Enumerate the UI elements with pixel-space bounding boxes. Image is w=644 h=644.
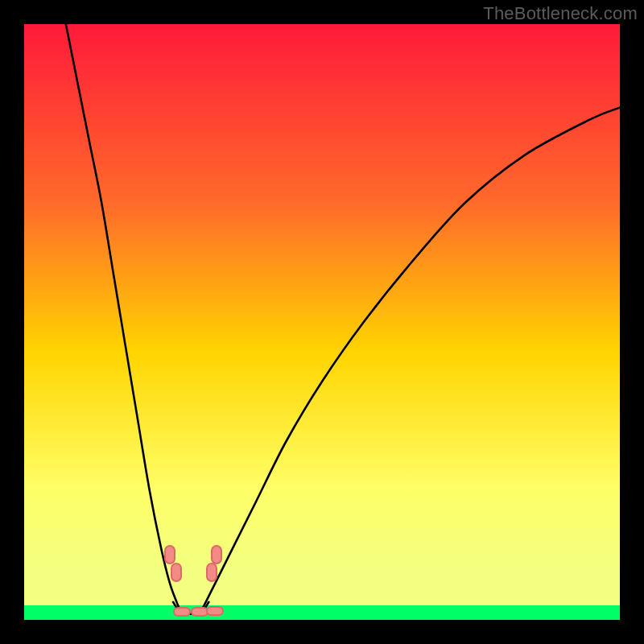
data-marker-1	[171, 563, 182, 582]
data-marker-2	[206, 563, 217, 582]
plot-area	[24, 24, 620, 620]
data-marker-0	[164, 545, 175, 564]
series-left-branch	[66, 24, 180, 608]
series-right-branch	[203, 108, 620, 609]
watermark-text: TheBottleneck.com	[483, 3, 638, 24]
curve-layer	[24, 24, 620, 620]
data-marker-3	[211, 545, 222, 564]
data-marker-6	[206, 606, 224, 616]
data-marker-4	[173, 607, 191, 617]
chart-stage: TheBottleneck.com	[0, 0, 644, 644]
